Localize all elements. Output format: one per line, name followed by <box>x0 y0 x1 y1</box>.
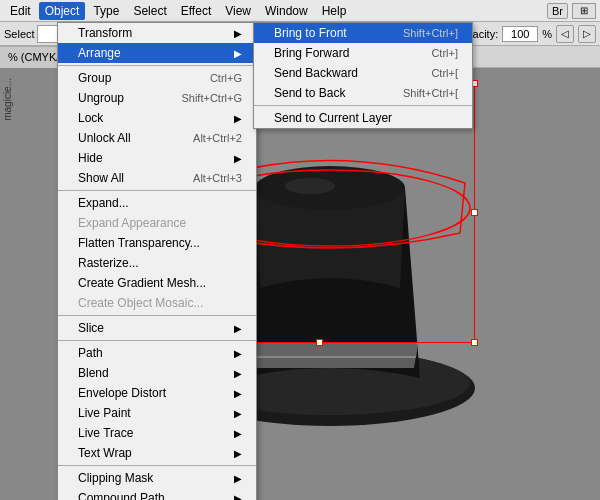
menu-item-unlock-all[interactable]: Unlock All Alt+Ctrl+2 <box>58 128 256 148</box>
menu-item-bring-forward[interactable]: Bring Forward Ctrl+] <box>254 43 472 63</box>
menu-item-hide[interactable]: Hide ▶ <box>58 148 256 168</box>
menu-item-unlock-all-label: Unlock All <box>78 131 131 145</box>
menu-item-path-label: Path <box>78 346 103 360</box>
menu-item-group-label: Group <box>78 71 111 85</box>
menu-item-ungroup[interactable]: Ungroup Shift+Ctrl+G <box>58 88 256 108</box>
menu-item-create-gradient-mesh-label: Create Gradient Mesh... <box>78 276 206 290</box>
menu-item-expand-appearance: Expand Appearance <box>58 213 256 233</box>
separator-3 <box>58 315 256 316</box>
compound-path-arrow: ▶ <box>234 493 242 501</box>
group-shortcut: Ctrl+G <box>210 72 242 84</box>
menubar-item-view[interactable]: View <box>219 2 257 20</box>
menu-item-send-to-current-layer[interactable]: Send to Current Layer <box>254 108 472 128</box>
menu-item-envelope-distort[interactable]: Envelope Distort ▶ <box>58 383 256 403</box>
separator-5 <box>58 465 256 466</box>
menu-item-ungroup-label: Ungroup <box>78 91 124 105</box>
path-arrow: ▶ <box>234 348 242 359</box>
ungroup-shortcut: Shift+Ctrl+G <box>181 92 242 104</box>
style-btn-1[interactable]: ◁ <box>556 25 574 43</box>
menu-item-path[interactable]: Path ▶ <box>58 343 256 363</box>
separator-2 <box>58 190 256 191</box>
menubar-item-object[interactable]: Object <box>39 2 86 20</box>
menu-item-send-to-back-label: Send to Back <box>274 86 345 100</box>
menu-item-create-object-mosaic: Create Object Mosaic... <box>58 293 256 313</box>
send-backward-shortcut: Ctrl+[ <box>431 67 458 79</box>
menu-item-slice[interactable]: Slice ▶ <box>58 318 256 338</box>
menu-item-send-backward-label: Send Backward <box>274 66 358 80</box>
menu-item-arrange-label: Arrange <box>78 46 121 60</box>
toolbar-right: Opacity: % ◁ ▷ <box>458 25 596 43</box>
svg-point-3 <box>285 178 335 194</box>
menu-item-send-to-back[interactable]: Send to Back Shift+Ctrl+[ <box>254 83 472 103</box>
separator-1 <box>58 65 256 66</box>
menu-item-bring-forward-label: Bring Forward <box>274 46 349 60</box>
menu-item-send-to-current-layer-label: Send to Current Layer <box>274 111 392 125</box>
menu-item-lock[interactable]: Lock ▶ <box>58 108 256 128</box>
menubar-item-type[interactable]: Type <box>87 2 125 20</box>
menubar: Edit Object Type Select Effect View Wind… <box>0 0 600 22</box>
blend-arrow: ▶ <box>234 368 242 379</box>
menu-item-transform-label: Transform <box>78 26 132 40</box>
menu-item-blend-label: Blend <box>78 366 109 380</box>
arrange-separator <box>254 105 472 106</box>
bring-forward-shortcut: Ctrl+] <box>431 47 458 59</box>
unlock-all-shortcut: Alt+Ctrl+2 <box>193 132 242 144</box>
menu-item-create-gradient-mesh[interactable]: Create Gradient Mesh... <box>58 273 256 293</box>
send-to-back-shortcut: Shift+Ctrl+[ <box>403 87 458 99</box>
menu-item-flatten-transparency[interactable]: Flatten Transparency... <box>58 233 256 253</box>
menu-item-live-paint-label: Live Paint <box>78 406 131 420</box>
menu-item-flatten-transparency-label: Flatten Transparency... <box>78 236 200 250</box>
text-wrap-arrow: ▶ <box>234 448 242 459</box>
menubar-item-help[interactable]: Help <box>316 2 353 20</box>
slice-arrow: ▶ <box>234 323 242 334</box>
menu-item-clipping-mask[interactable]: Clipping Mask ▶ <box>58 468 256 488</box>
envelope-distort-arrow: ▶ <box>234 388 242 399</box>
menu-item-arrange[interactable]: Arrange ▶ <box>58 43 256 63</box>
opacity-input[interactable] <box>502 26 538 42</box>
menu-item-transform[interactable]: Transform ▶ <box>58 23 256 43</box>
arrange-arrow: ▶ <box>234 48 242 59</box>
live-trace-arrow: ▶ <box>234 428 242 439</box>
menu-item-blend[interactable]: Blend ▶ <box>58 363 256 383</box>
menu-item-hide-label: Hide <box>78 151 103 165</box>
menu-item-clipping-mask-label: Clipping Mask <box>78 471 153 485</box>
menu-item-live-paint[interactable]: Live Paint ▶ <box>58 403 256 423</box>
menu-item-rasterize[interactable]: Rasterize... <box>58 253 256 273</box>
menubar-item-effect[interactable]: Effect <box>175 2 217 20</box>
menu-item-envelope-distort-label: Envelope Distort <box>78 386 166 400</box>
menu-item-show-all[interactable]: Show All Alt+Ctrl+3 <box>58 168 256 188</box>
menu-item-expand[interactable]: Expand... <box>58 193 256 213</box>
object-menu: Transform ▶ Arrange ▶ Group Ctrl+G Ungro… <box>57 22 257 500</box>
style-btn-2[interactable]: ▷ <box>578 25 596 43</box>
bridge-btn[interactable]: Br <box>547 3 568 19</box>
menu-item-compound-path-label: Compound Path <box>78 491 165 500</box>
menu-item-lock-label: Lock <box>78 111 103 125</box>
transform-arrow: ▶ <box>234 28 242 39</box>
menu-item-bring-to-front-label: Bring to Front <box>274 26 347 40</box>
arrange-submenu: Bring to Front Shift+Ctrl+] Bring Forwar… <box>253 22 473 129</box>
separator-4 <box>58 340 256 341</box>
pct-label: % <box>542 28 552 40</box>
select-label: Select <box>4 28 35 40</box>
menubar-item-window[interactable]: Window <box>259 2 314 20</box>
menu-item-compound-path[interactable]: Compound Path ▶ <box>58 488 256 500</box>
menu-item-show-all-label: Show All <box>78 171 124 185</box>
clipping-mask-arrow: ▶ <box>234 473 242 484</box>
menu-item-rasterize-label: Rasterize... <box>78 256 139 270</box>
layout-btn[interactable]: ⊞ <box>572 3 596 19</box>
menu-item-text-wrap[interactable]: Text Wrap ▶ <box>58 443 256 463</box>
menu-item-group[interactable]: Group Ctrl+G <box>58 68 256 88</box>
menubar-item-select[interactable]: Select <box>127 2 172 20</box>
hide-arrow: ▶ <box>234 153 242 164</box>
menubar-item-edit[interactable]: Edit <box>4 2 37 20</box>
show-all-shortcut: Alt+Ctrl+3 <box>193 172 242 184</box>
menu-item-live-trace-label: Live Trace <box>78 426 133 440</box>
menu-item-send-backward[interactable]: Send Backward Ctrl+[ <box>254 63 472 83</box>
menu-item-text-wrap-label: Text Wrap <box>78 446 132 460</box>
live-paint-arrow: ▶ <box>234 408 242 419</box>
lock-arrow: ▶ <box>234 113 242 124</box>
menu-item-bring-to-front[interactable]: Bring to Front Shift+Ctrl+] <box>254 23 472 43</box>
menu-item-create-object-mosaic-label: Create Object Mosaic... <box>78 296 203 310</box>
bring-to-front-shortcut: Shift+Ctrl+] <box>403 27 458 39</box>
menu-item-live-trace[interactable]: Live Trace ▶ <box>58 423 256 443</box>
